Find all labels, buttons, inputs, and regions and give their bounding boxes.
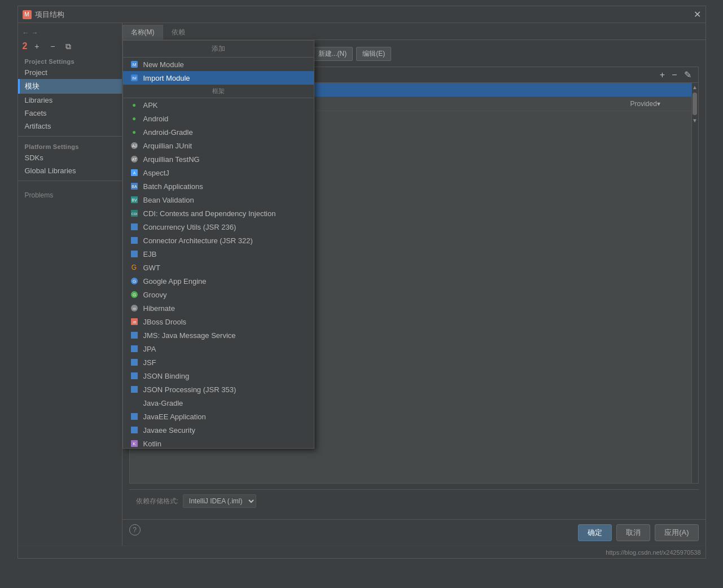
json-processing-icon	[130, 385, 139, 394]
dropdown-item-connector[interactable]: Connector Architecture (JSR 322)	[123, 234, 314, 247]
dropdown-item-google-app-engine[interactable]: G Google App Engine	[123, 274, 314, 288]
problems-section[interactable]: Problems	[18, 189, 122, 201]
jpa-icon	[130, 344, 139, 353]
scroll-thumb[interactable]	[693, 93, 697, 115]
javaee-app-icon	[130, 412, 139, 421]
dropdown-item-jpa[interactable]: JPA	[123, 342, 314, 356]
red-annotation-number: 2	[23, 41, 28, 51]
dropdown-item-json-processing[interactable]: JSON Processing (JSR 353)	[123, 383, 314, 396]
apk-icon: ●	[130, 100, 139, 109]
add-button[interactable]: +	[30, 40, 43, 52]
new-module-icon: M	[130, 60, 139, 69]
json-processing-label: JSON Processing (JSR 353)	[143, 385, 236, 394]
kotlin-icon: K	[130, 439, 139, 448]
batch-icon: BA	[130, 182, 139, 191]
connector-label: Connector Architecture (JSR 322)	[143, 236, 253, 245]
svg-text:IM: IM	[132, 76, 137, 80]
svg-rect-31	[131, 386, 138, 393]
sdk-edit-button[interactable]: 编辑(E)	[356, 47, 391, 61]
dropdown-item-jms[interactable]: JMS: Java Message Service	[123, 328, 314, 342]
dropdown-item-jsf[interactable]: JSF	[123, 356, 314, 369]
table-scrollbar: ▲ ▼	[691, 83, 698, 483]
tab-bar: 名称(M) 依赖	[122, 23, 706, 40]
problems-label: Problems	[25, 191, 54, 199]
dropdown-item-jboss[interactable]: JB JBoss Drools	[123, 315, 314, 328]
nav-back-arrow[interactable]: ←	[23, 29, 29, 37]
scroll-up-arrow[interactable]: ▲	[692, 84, 698, 90]
sidebar-item-global-libraries[interactable]: Global Libraries	[18, 164, 122, 177]
bean-validation-icon: BV	[130, 195, 139, 204]
apply-button[interactable]: 应用(A)	[655, 524, 698, 541]
scroll-down-arrow[interactable]: ▼	[692, 117, 698, 124]
ok-button[interactable]: 确定	[578, 524, 612, 541]
dropdown-item-android[interactable]: ● Android	[123, 112, 314, 125]
dropdown-item-arquillian-junit[interactable]: AJ Arquillian JUnit	[123, 139, 314, 152]
android-gradle-label: Android-Gradle	[143, 128, 193, 137]
sidebar-item-label-sdks: SDKs	[25, 153, 43, 162]
sidebar-item-facets[interactable]: Facets	[18, 107, 122, 120]
dropdown-item-java-gradle[interactable]: Java-Gradle	[123, 396, 314, 410]
dropdown-item-bean-validation[interactable]: BV Bean Validation	[123, 193, 314, 207]
dropdown-item-aspectj[interactable]: A AspectJ	[123, 166, 314, 179]
dropdown-item-import-module[interactable]: IM Import Module	[123, 71, 314, 85]
dropdown-item-json-binding[interactable]: JSON Binding	[123, 369, 314, 383]
hibernate-icon: Hi	[130, 304, 139, 313]
svg-text:K: K	[133, 441, 136, 446]
groovy-label: Groovy	[143, 291, 167, 299]
jms-icon	[130, 331, 139, 340]
sidebar-item-label-libraries: Libraries	[25, 96, 53, 104]
copy-button[interactable]: ⧉	[62, 40, 75, 52]
arquillian-testng-label: Arquillian TestNG	[143, 155, 200, 164]
dropdown-item-apk[interactable]: ● APK	[123, 98, 314, 112]
format-select[interactable]: IntelliJ IDEA (.iml)	[183, 494, 256, 508]
table-header-right: + − ✎	[658, 69, 694, 80]
dropdown-item-new-module[interactable]: M New Module	[123, 58, 314, 71]
sidebar-item-project[interactable]: Project	[18, 66, 122, 79]
dropdown-item-cdi[interactable]: CDI CDI: Contexts and Dependency Injecti…	[123, 207, 314, 220]
javaee-security-icon	[130, 425, 139, 435]
dropdown-menu: 添加 M New Module IM Import Module 框架	[122, 40, 314, 449]
sidebar-item-libraries[interactable]: Libraries	[18, 94, 122, 107]
dropdown-item-groovy[interactable]: G Groovy	[123, 288, 314, 301]
android-gradle-icon: ●	[130, 128, 139, 137]
main-window: M 项目结构 ✕ ← → 2 + − ⧉ Project Settings Pr…	[17, 6, 706, 559]
format-label: 依赖存储格式:	[136, 497, 178, 506]
footer-spacer	[145, 524, 574, 541]
dropdown-item-ejb[interactable]: EJB	[123, 247, 314, 261]
cancel-button[interactable]: 取消	[616, 524, 650, 541]
gwt-icon: G	[130, 263, 139, 272]
svg-text:JB: JB	[132, 321, 136, 324]
status-bar: https://blog.csdn.net/x2425970538	[18, 546, 706, 558]
json-binding-icon	[130, 371, 139, 380]
sdk-new-button[interactable]: 新建...(N)	[312, 47, 353, 61]
sidebar-item-sdks[interactable]: SDKs	[18, 151, 122, 164]
jpa-label: JPA	[143, 345, 156, 353]
groovy-icon: G	[130, 290, 139, 299]
svg-rect-33	[131, 427, 138, 433]
table-edit-btn[interactable]: ✎	[682, 69, 694, 80]
dropdown-item-arquillian-testng[interactable]: AT Arquillian TestNG	[123, 152, 314, 166]
tab-paths[interactable]: 依赖	[163, 25, 194, 40]
gwt-label: GWT	[143, 264, 160, 272]
dropdown-item-hibernate[interactable]: Hi Hibernate	[123, 301, 314, 315]
arquillian-junit-label: Arquillian JUnit	[143, 142, 192, 150]
javaee-app-label: JavaEE Application	[143, 413, 206, 421]
dropdown-item-batch[interactable]: BA Batch Applications	[123, 179, 314, 193]
dropdown-item-kotlin[interactable]: K Kotlin	[123, 437, 314, 448]
apk-label: APK	[143, 101, 158, 109]
dropdown-item-javaee-app[interactable]: JavaEE Application	[123, 410, 314, 423]
svg-text:G: G	[132, 292, 135, 297]
tab-sources[interactable]: 名称(M)	[122, 25, 163, 40]
dropdown-item-concurrency[interactable]: Concurrency Utils (JSR 236)	[123, 220, 314, 234]
sidebar-item-modules[interactable]: 模块	[18, 79, 122, 94]
nav-forward-arrow[interactable]: →	[32, 29, 38, 37]
table-remove-btn[interactable]: −	[669, 69, 679, 80]
close-icon[interactable]: ✕	[694, 9, 701, 20]
remove-button[interactable]: −	[46, 40, 59, 52]
help-icon[interactable]: ?	[129, 524, 141, 536]
sidebar-item-artifacts[interactable]: Artifacts	[18, 120, 122, 133]
dropdown-item-android-gradle[interactable]: ● Android-Gradle	[123, 125, 314, 139]
dropdown-item-gwt[interactable]: G GWT	[123, 261, 314, 274]
dropdown-item-javaee-security[interactable]: Javaee Security	[123, 423, 314, 437]
table-add-btn[interactable]: +	[658, 69, 667, 80]
